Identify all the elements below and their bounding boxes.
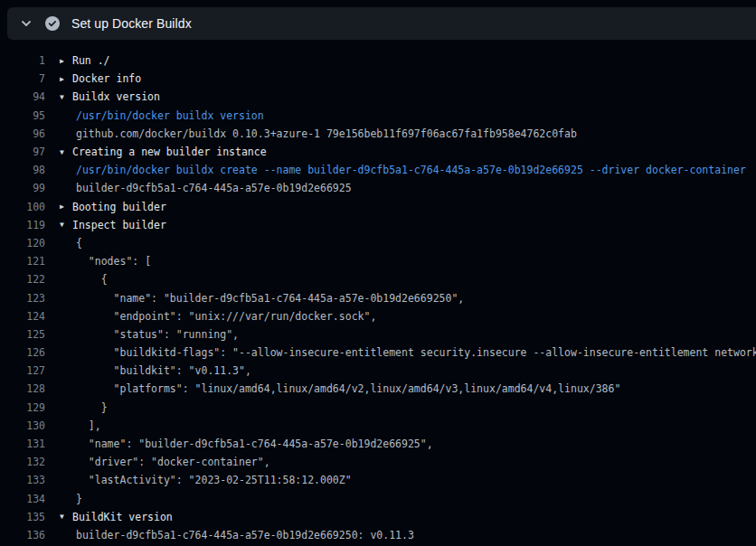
log-text: Run ./ xyxy=(72,54,110,67)
line-number[interactable]: 131 xyxy=(0,438,45,450)
log-line-content: ▼Buildx version xyxy=(45,90,160,103)
triangle-expanded-icon[interactable]: ▼ xyxy=(60,513,72,521)
log-lines: 1▶Run ./7▶Docker info94▼Buildx version95… xyxy=(0,40,756,544)
line-number[interactable]: 96 xyxy=(0,127,45,140)
line-number[interactable]: 136 xyxy=(0,529,45,541)
log-text: "nodes": [ xyxy=(60,255,151,268)
log-line-output: 123 "name": "builder-d9cfb5a1-c764-445a-… xyxy=(0,288,756,306)
log-line-group[interactable]: 7▶Docker info xyxy=(0,70,756,88)
log-text: "platforms": "linux/amd64,linux/amd64/v2… xyxy=(60,382,620,395)
log-text: { xyxy=(60,273,108,286)
log-text: /usr/bin/docker buildx create --name bui… xyxy=(60,164,746,176)
log-line-content: builder-d9cfb5a1-c764-445a-a57e-0b19d2e6… xyxy=(45,529,414,541)
line-number[interactable]: 124 xyxy=(0,310,45,323)
log-line-output: 99builder-d9cfb5a1-c764-445a-a57e-0b19d2… xyxy=(0,179,756,197)
triangle-expanded-icon[interactable]: ▼ xyxy=(60,221,72,229)
line-number[interactable]: 134 xyxy=(0,493,45,505)
log-text: "driver": "docker-container", xyxy=(60,456,270,468)
log-line-content: "name": "builder-d9cfb5a1-c764-445a-a57e… xyxy=(45,438,433,450)
log-line-output: 122 { xyxy=(0,270,756,288)
log-line-command: 98/usr/bin/docker buildx create --name b… xyxy=(0,161,756,179)
log-line-group[interactable]: 135▼BuildKit version xyxy=(0,508,756,526)
line-number[interactable]: 97 xyxy=(0,146,45,158)
check-circle-icon xyxy=(45,16,60,31)
log-line-output: 126 "buildkitd-flags": "--allow-insecure… xyxy=(0,344,756,362)
line-number[interactable]: 7 xyxy=(0,72,45,85)
log-line-output: 96github.com/docker/buildx 0.10.3+azure-… xyxy=(0,125,756,143)
log-text: Buildx version xyxy=(72,90,160,103)
log-text: { xyxy=(60,237,82,249)
log-text: /usr/bin/docker buildx version xyxy=(60,109,264,122)
log-line-output: 124 "endpoint": "unix:///var/run/docker.… xyxy=(0,307,756,325)
log-text: Inspect builder xyxy=(72,219,166,231)
log-text: "name": "builder-d9cfb5a1-c764-445a-a57e… xyxy=(60,292,464,305)
log-line-content: /usr/bin/docker buildx create --name bui… xyxy=(45,164,746,176)
line-number[interactable]: 121 xyxy=(0,255,45,268)
log-line-content: "lastActivity": "2023-02-25T11:58:12.000… xyxy=(45,474,352,486)
log-text: "status": "running", xyxy=(60,328,239,341)
line-number[interactable]: 125 xyxy=(0,328,45,341)
line-number[interactable]: 133 xyxy=(0,474,45,486)
triangle-collapsed-icon[interactable]: ▶ xyxy=(60,57,72,65)
log-text: builder-d9cfb5a1-c764-445a-a57e-0b19d2e6… xyxy=(60,529,414,541)
line-number[interactable]: 94 xyxy=(0,90,45,103)
log-text: } xyxy=(60,493,82,505)
line-number[interactable]: 120 xyxy=(0,237,45,249)
line-number[interactable]: 99 xyxy=(0,182,45,194)
line-number[interactable]: 130 xyxy=(0,419,45,432)
log-line-output: 125 "status": "running", xyxy=(0,325,756,344)
line-number[interactable]: 128 xyxy=(0,382,45,395)
log-line-content: } xyxy=(45,493,82,505)
log-line-output: 130 ], xyxy=(0,417,756,435)
triangle-collapsed-icon[interactable]: ▶ xyxy=(60,75,72,83)
log-text: github.com/docker/buildx 0.10.3+azure-1 … xyxy=(60,127,577,140)
log-text: BuildKit version xyxy=(72,511,173,523)
log-text: Docker info xyxy=(72,72,141,85)
line-number[interactable]: 123 xyxy=(0,292,45,305)
log-line-content: "buildkitd-flags": "--allow-insecure-ent… xyxy=(45,346,756,359)
log-line-content: } xyxy=(45,401,108,414)
log-line-content: { xyxy=(45,237,82,249)
triangle-expanded-icon[interactable]: ▼ xyxy=(60,93,72,101)
log-text: "buildkitd-flags": "--allow-insecure-ent… xyxy=(60,346,756,359)
log-line-group[interactable]: 97▼Creating a new builder instance xyxy=(0,143,756,161)
log-text: builder-d9cfb5a1-c764-445a-a57e-0b19d2e6… xyxy=(60,182,352,194)
log-line-content: ▼BuildKit version xyxy=(45,511,173,523)
line-number[interactable]: 126 xyxy=(0,346,45,359)
log-line-content: "driver": "docker-container", xyxy=(45,456,270,468)
log-text: } xyxy=(60,401,108,414)
log-line-content: ▼Creating a new builder instance xyxy=(45,146,267,158)
log-line-content: "name": "builder-d9cfb5a1-c764-445a-a57e… xyxy=(45,292,464,305)
line-number[interactable]: 132 xyxy=(0,456,45,468)
log-line-output: 127 "buildkit": "v0.11.3", xyxy=(0,362,756,380)
log-line-content: ▼Inspect builder xyxy=(45,219,166,231)
line-number[interactable]: 98 xyxy=(0,164,45,176)
line-number[interactable]: 122 xyxy=(0,273,45,286)
step-header[interactable]: Set up Docker Buildx xyxy=(7,7,756,40)
chevron-down-icon[interactable] xyxy=(19,16,33,31)
line-number[interactable]: 119 xyxy=(0,219,45,231)
line-number[interactable]: 127 xyxy=(0,364,45,377)
log-line-group[interactable]: 119▼Inspect builder xyxy=(0,216,756,234)
line-number[interactable]: 129 xyxy=(0,401,45,414)
triangle-collapsed-icon[interactable]: ▶ xyxy=(60,202,72,211)
line-number[interactable]: 1 xyxy=(0,54,45,67)
log-line-content: "buildkit": "v0.11.3", xyxy=(45,364,251,377)
log-text: "name": "builder-d9cfb5a1-c764-445a-a57e… xyxy=(60,438,433,450)
log-line-content: builder-d9cfb5a1-c764-445a-a57e-0b19d2e6… xyxy=(45,182,352,194)
log-line-output: 132 "driver": "docker-container", xyxy=(0,453,756,471)
line-number[interactable]: 100 xyxy=(0,201,45,213)
log-text: "lastActivity": "2023-02-25T11:58:12.000… xyxy=(60,474,352,486)
log-line-content: github.com/docker/buildx 0.10.3+azure-1 … xyxy=(45,127,577,140)
log-line-output: 128 "platforms": "linux/amd64,linux/amd6… xyxy=(0,380,756,398)
log-line-content: "platforms": "linux/amd64,linux/amd64/v2… xyxy=(45,382,620,395)
log-line-group[interactable]: 94▼Buildx version xyxy=(0,88,756,106)
line-number[interactable]: 135 xyxy=(0,511,45,523)
log-line-content: "status": "running", xyxy=(45,328,239,341)
log-line-group[interactable]: 100▶Booting builder xyxy=(0,198,756,216)
triangle-expanded-icon[interactable]: ▼ xyxy=(60,148,72,156)
line-number[interactable]: 95 xyxy=(0,109,45,122)
step-title: Set up Docker Buildx xyxy=(71,16,192,31)
log-line-content: ▶Docker info xyxy=(45,72,141,85)
log-line-group[interactable]: 1▶Run ./ xyxy=(0,52,756,70)
